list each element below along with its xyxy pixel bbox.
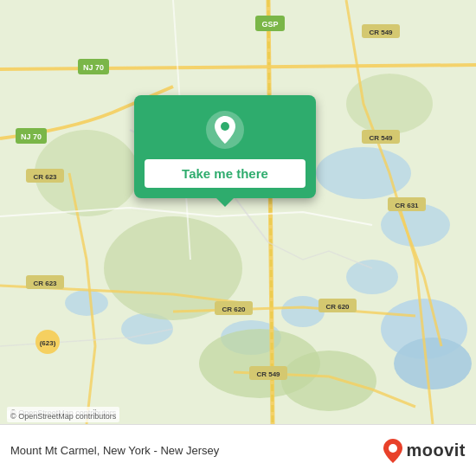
svg-text:NJ 70: NJ 70	[83, 63, 104, 72]
svg-point-14	[281, 351, 376, 411]
svg-text:CR 631: CR 631	[395, 202, 419, 209]
moovit-pin-icon	[383, 439, 402, 463]
svg-text:GSP: GSP	[261, 20, 278, 29]
svg-text:(623): (623)	[40, 339, 56, 347]
location-pin-icon	[204, 109, 246, 151]
svg-point-3	[346, 260, 398, 294]
map-view: NJ 70 NJ 70 GSP CR 549 CR 549 CR 623 CR …	[0, 0, 476, 424]
svg-text:NJ 70: NJ 70	[21, 132, 42, 141]
take-me-there-button[interactable]: Take me there	[145, 159, 306, 188]
svg-point-4	[281, 296, 325, 327]
svg-text:CR 620: CR 620	[222, 306, 246, 313]
svg-point-9	[394, 338, 472, 389]
moovit-brand-name: moovit	[406, 441, 466, 460]
svg-text:CR 623: CR 623	[33, 173, 57, 181]
bottom-bar: Mount Mt Carmel, New York - New Jersey m…	[0, 424, 476, 476]
svg-point-1	[316, 147, 411, 199]
svg-point-7	[65, 290, 108, 316]
svg-text:CR 620: CR 620	[325, 303, 350, 311]
location-title: Mount Mt Carmel, New York - New Jersey	[10, 444, 219, 457]
destination-popup: Take me there	[134, 95, 316, 198]
svg-point-40	[221, 122, 229, 131]
openstreetmap-copyright: © OpenStreetMap contributors	[7, 410, 119, 422]
svg-text:CR 549: CR 549	[256, 370, 280, 378]
svg-text:CR 549: CR 549	[369, 134, 393, 142]
moovit-logo: moovit	[383, 439, 466, 463]
svg-text:CR 549: CR 549	[369, 29, 393, 36]
svg-text:CR 623: CR 623	[33, 280, 57, 287]
svg-point-41	[389, 444, 397, 453]
